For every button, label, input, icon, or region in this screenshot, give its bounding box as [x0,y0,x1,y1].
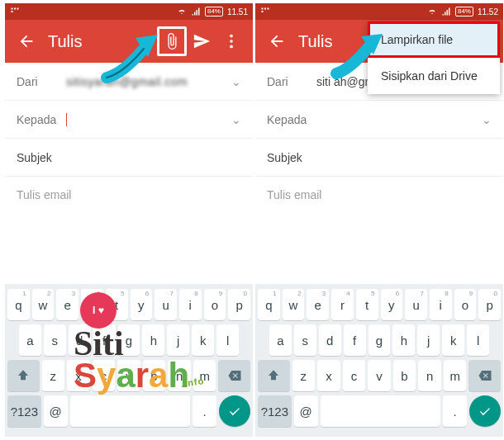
key-h[interactable]: h [392,324,415,356]
key-dot[interactable]: . [443,395,467,427]
check-icon [227,404,242,419]
key-n[interactable]: n [418,360,441,391]
svg-point-4 [230,35,233,38]
key-y[interactable]: y6 [131,289,153,320]
key-g[interactable]: g [368,324,391,356]
key-x[interactable]: x [317,360,340,391]
key-p[interactable]: p0 [478,289,501,320]
key-backspace[interactable] [218,360,250,391]
key-y[interactable]: y6 [381,289,403,320]
svg-point-5 [230,40,233,43]
key-at[interactable]: @ [44,395,68,427]
key-k[interactable]: k [442,324,464,356]
key-j[interactable]: j [417,324,440,356]
key-shift[interactable] [258,360,290,391]
key-u[interactable]: u7 [155,289,177,320]
soft-keyboard: q1w2e3r4t5y6u7i8o9p0asdfghjklzxcvbnm?123… [255,284,503,437]
key-s[interactable]: s [294,324,316,356]
key-q[interactable]: q1 [258,289,280,320]
key-f[interactable]: f [93,324,116,356]
from-label: Dari [17,75,66,88]
key-symbols[interactable]: ?123 [7,395,41,427]
key-dot[interactable]: . [193,395,216,427]
key-o[interactable]: o9 [454,289,477,320]
apps-icon [10,7,20,17]
key-a[interactable]: a [269,324,292,356]
key-l[interactable]: l [467,324,489,356]
to-row[interactable]: Kepada ⌄ [255,101,503,139]
svg-rect-1 [14,8,16,10]
key-q[interactable]: q1 [7,289,30,320]
key-v[interactable]: v [368,360,391,391]
key-c[interactable]: c [343,360,366,391]
signal-icon [191,7,201,17]
key-z[interactable]: z [292,360,316,391]
body-input[interactable]: Tulis email [5,177,253,243]
apps-icon [260,7,270,17]
key-k[interactable]: k [192,324,214,356]
menu-insert-drive[interactable]: Sisipkan dari Drive [368,58,500,94]
key-z[interactable]: z [42,360,65,391]
key-t[interactable]: t5 [356,289,378,320]
key-r[interactable]: r4 [81,289,103,320]
key-backspace[interactable] [468,360,501,391]
key-w[interactable]: w2 [32,289,55,320]
menu-attach-file[interactable]: Lampirkan file [368,21,500,58]
key-w[interactable]: w2 [283,289,305,320]
back-button[interactable] [262,26,292,56]
key-i[interactable]: i8 [430,289,452,320]
key-i[interactable]: i8 [179,289,202,320]
key-u[interactable]: u7 [405,289,427,320]
back-button[interactable] [12,26,41,56]
key-m[interactable]: m [193,360,216,391]
key-d[interactable]: d [319,324,341,356]
key-f[interactable]: f [344,324,366,356]
key-space[interactable] [321,395,440,427]
clock: 11.51 [227,7,248,17]
svg-rect-0 [12,8,13,10]
key-enter[interactable] [469,395,501,427]
key-p[interactable]: p0 [228,289,250,320]
key-r[interactable]: r4 [331,289,354,320]
subject-row[interactable]: Subjek [5,139,253,177]
key-b[interactable]: b [393,360,416,391]
subject-input[interactable]: Subjek [267,151,492,164]
subject-row[interactable]: Subjek [255,139,503,177]
key-j[interactable]: j [167,324,189,356]
key-space[interactable] [70,395,190,427]
body-input[interactable]: Tulis email [255,177,503,243]
key-symbols[interactable]: ?123 [258,395,292,427]
to-value[interactable] [66,112,231,126]
key-e[interactable]: e3 [56,289,78,320]
key-v[interactable]: v [117,360,140,391]
key-l[interactable]: l [216,324,239,356]
overflow-button[interactable] [216,26,246,56]
attach-button[interactable] [157,26,187,56]
key-a[interactable]: a [19,324,41,356]
key-b[interactable]: b [143,360,166,391]
key-enter[interactable] [219,395,250,427]
more-vert-icon [222,32,240,50]
key-t[interactable]: t5 [106,289,128,320]
key-d[interactable]: d [69,324,91,356]
key-c[interactable]: c [93,360,116,391]
key-n[interactable]: n [168,360,191,391]
key-m[interactable]: m [444,360,467,391]
send-button[interactable] [187,26,216,56]
key-at[interactable]: @ [294,395,318,427]
key-shift[interactable] [7,360,40,391]
key-g[interactable]: g [118,324,140,356]
chevron-down-icon: ⌄ [231,75,241,88]
subject-input[interactable]: Subjek [17,151,241,164]
key-h[interactable]: h [142,324,164,356]
backspace-icon [227,368,242,383]
from-row[interactable]: Dari sitisyarah@gmail.com ⌄ [5,63,253,101]
to-row[interactable]: Kepada ⌄ [5,101,253,139]
svg-rect-9 [268,8,269,10]
key-x[interactable]: x [67,360,90,391]
key-e[interactable]: e3 [307,289,329,320]
clock: 11.52 [478,7,498,17]
key-o[interactable]: o9 [204,289,226,320]
chevron-down-icon: ⌄ [231,113,241,126]
key-s[interactable]: s [44,324,66,356]
